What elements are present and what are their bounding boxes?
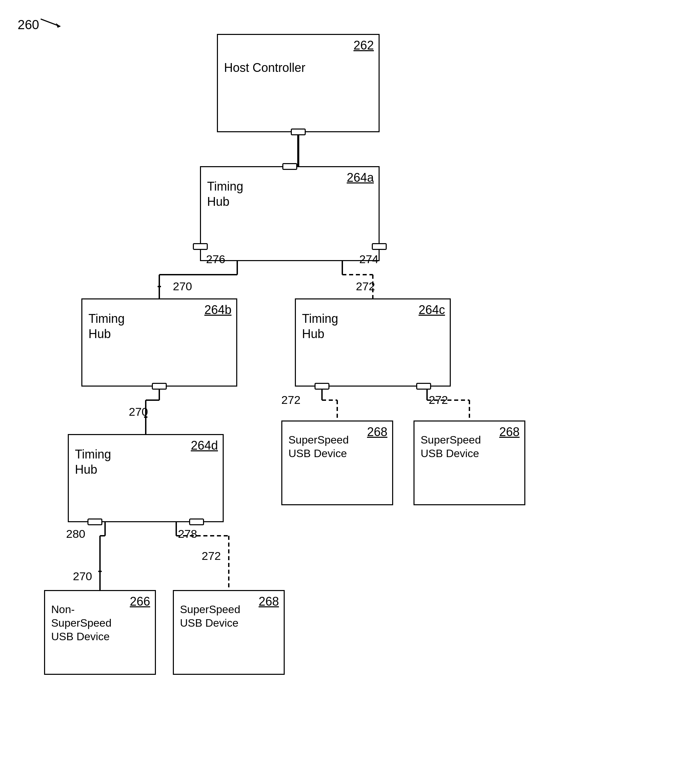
hub-b-bottom-port: [152, 383, 167, 390]
hub-a-node: 264a TimingHub: [200, 166, 380, 261]
label-274: 274: [359, 253, 379, 266]
dev-268-c2-node: 268 SuperSpeedUSB Device: [414, 420, 525, 505]
hub-a-label: TimingHub: [207, 179, 243, 209]
figure-label: 260: [18, 18, 39, 32]
dev-266-label: Non-SuperSpeedUSB Device: [51, 603, 112, 643]
label-276: 276: [206, 253, 225, 266]
host-controller-node: 262 Host Controller: [217, 34, 380, 132]
dev-268-c1-node: 268 SuperSpeedUSB Device: [281, 420, 393, 505]
hub-a-right-port: [372, 243, 387, 250]
dev-268-c1-label: SuperSpeedUSB Device: [288, 433, 349, 460]
hub-c-right-port: [416, 383, 431, 390]
node-id-264b: 264b: [204, 303, 232, 317]
node-id-268-d: 268: [259, 595, 279, 609]
hub-c-label: TimingHub: [302, 311, 338, 341]
label-272-c: 272: [429, 394, 448, 407]
node-id-266: 266: [130, 595, 150, 609]
hub-b-node: 264b TimingHub: [81, 298, 237, 387]
hub-b-label: TimingHub: [89, 311, 125, 341]
label-270-b: 270: [129, 405, 148, 418]
hub-d-label: TimingHub: [75, 446, 111, 477]
label-272-b: 272: [281, 394, 301, 407]
label-270-d: 270: [73, 570, 92, 583]
hub-d-node: 264d TimingHub: [68, 434, 224, 522]
node-id-264c: 264c: [419, 303, 445, 317]
node-id-262: 262: [353, 38, 374, 53]
hub-c-left-port: [314, 383, 329, 390]
node-id-264a: 264a: [347, 171, 374, 185]
label-270-a: 270: [173, 280, 192, 293]
label-278: 278: [178, 527, 197, 540]
host-controller-label: Host Controller: [224, 60, 306, 75]
node-id-268-c1: 268: [367, 425, 387, 439]
hub-d-right-port: [189, 519, 204, 525]
label-272-d: 272: [202, 549, 221, 563]
hub-a-top-port: [282, 163, 297, 170]
label-280: 280: [66, 527, 85, 540]
hub-d-left-port: [87, 519, 102, 525]
dev-268-c2-label: SuperSpeedUSB Device: [421, 433, 481, 460]
hub-c-node: 264c TimingHub: [295, 298, 451, 387]
hc-bottom-port: [291, 128, 306, 135]
node-id-268-c2: 268: [499, 425, 519, 439]
dev-266-node: 266 Non-SuperSpeedUSB Device: [44, 590, 156, 675]
dev-268-d-label: SuperSpeedUSB Device: [180, 603, 240, 630]
hub-a-left-port: [193, 243, 208, 250]
dev-268-d-node: 268 SuperSpeedUSB Device: [173, 590, 285, 675]
node-id-264d: 264d: [191, 438, 218, 453]
label-272-a: 272: [356, 280, 375, 293]
figure-arrow: [37, 16, 64, 29]
diagram: 260: [0, 0, 687, 784]
